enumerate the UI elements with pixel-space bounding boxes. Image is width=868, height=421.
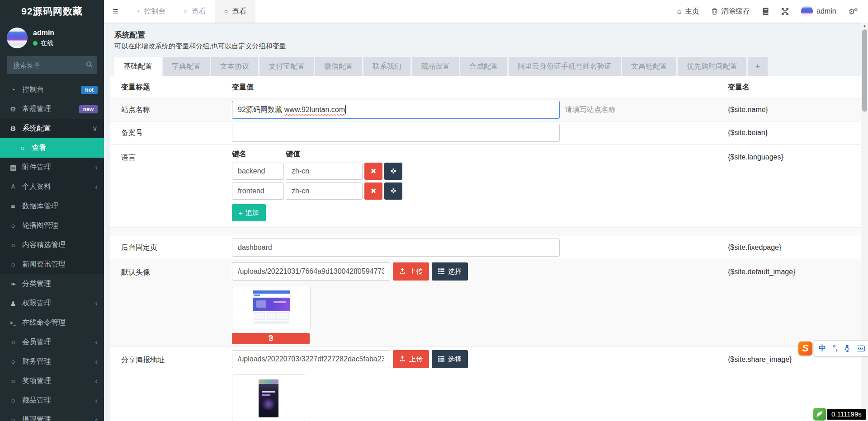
sidebar-menu-item[interactable]: ♟ 权限管理 ‹ [0, 294, 104, 313]
move-pair-button[interactable]: ✜ [384, 163, 402, 180]
config-tab[interactable]: 合成配置 [460, 57, 507, 76]
sidebar-menu-item[interactable]: ○ 会员管理 ‹ [0, 332, 104, 352]
poster-thumbnail [259, 379, 278, 417]
home-link[interactable]: ⌂ 主页 [677, 7, 699, 16]
choose-button[interactable]: 选择 [432, 262, 468, 281]
sidebar-menu: ◔ 控制台 hot ⚙ 常规管理 new ⚙ 系统配置 ∨ ○ 查看 ▤ 附件管… [0, 80, 104, 421]
sidebar-search [7, 56, 97, 74]
config-tab[interactable]: 文昌链配置 [622, 57, 676, 76]
upload-button[interactable]: 上传 [393, 262, 429, 281]
sidebar-menu-item[interactable]: ○ 新闻资讯管理 [0, 255, 104, 274]
config-tab[interactable]: 支付宝配置 [259, 57, 314, 76]
search-icon[interactable] [85, 60, 94, 70]
trace-widget: 0.111199s [813, 408, 866, 421]
upload-button[interactable]: 上传 [393, 350, 429, 368]
append-button[interactable]: + 追加 [232, 204, 266, 221]
sidebar-menu-item[interactable]: ♙ 个人资料 ‹ [0, 177, 104, 196]
delete-image-button[interactable] [232, 333, 310, 344]
trace-leaf-icon[interactable] [813, 408, 826, 421]
circle-icon: ○ [184, 8, 187, 15]
config-tab[interactable]: 优先购时间配置 [678, 57, 746, 76]
topbar-tab[interactable]: ○ 查看 [175, 0, 215, 23]
list-icon [438, 268, 444, 276]
config-tab[interactable]: 字典配置 [163, 57, 210, 76]
sidebar-menu-item[interactable]: ○ 查看 [0, 138, 104, 158]
close-icon: ✖ [371, 187, 377, 195]
user-avatar[interactable] [7, 28, 28, 48]
choose-button[interactable]: 选择 [432, 350, 468, 368]
topbar-tab[interactable]: ○ 查看 [215, 0, 255, 23]
sidebar-menu-item[interactable]: ≡ 数据库管理 [0, 196, 104, 216]
sidebar-menu-item[interactable]: ○ 内容精选管理 [0, 235, 104, 255]
scrollbar[interactable]: ▲ ▼ [861, 23, 868, 421]
keyboard-icon[interactable] [857, 346, 865, 351]
sidebar: 92源码网数藏 admin 在线 ◔ 控制台 hot ⚙ 常规管理 new ⚙ … [0, 0, 104, 421]
app-logo[interactable]: 92源码网数藏 [0, 0, 104, 23]
sidebar-menu-item[interactable]: ○ 奖项管理 ‹ [0, 371, 104, 391]
config-tab[interactable]: 藏品设置 [412, 57, 459, 76]
content-area: 系统配置 可以在此增改系统的变量和分组,也可以自定义分组和变量 基础配置字典配置… [104, 23, 868, 421]
trash-icon [268, 335, 274, 342]
chevron-icon: ‹ [95, 358, 98, 365]
sidebar-menu-item[interactable]: >_ 在线命令管理 [0, 313, 104, 332]
add-tab-button[interactable]: + [748, 57, 768, 76]
sidebar-toggle-icon[interactable]: ≡ [104, 5, 127, 17]
variable-name: {$site.languages} [728, 147, 850, 161]
language-value-input[interactable] [286, 163, 363, 180]
microphone-icon[interactable] [844, 345, 850, 352]
share-image-input[interactable] [232, 350, 390, 368]
user-icon: ♙ [7, 183, 19, 191]
scroll-up-arrow[interactable]: ▲ [861, 23, 868, 29]
sidebar-menu-item[interactable]: ❧ 分类管理 [0, 274, 104, 294]
scrollbar-thumb[interactable] [862, 29, 867, 112]
input-method-bar: S 中 °, [798, 340, 868, 356]
circle-icon: ○ [7, 358, 19, 365]
clear-cache-button[interactable]: 清除缓存 [712, 7, 750, 16]
docs-book-icon[interactable] [762, 8, 769, 15]
default-image-input[interactable] [232, 262, 390, 281]
fullscreen-icon[interactable] [781, 8, 789, 15]
sidebar-menu-item[interactable]: ○ 财务管理 ‹ [0, 352, 104, 371]
settings-gears-icon[interactable]: ⚙⚙ [849, 7, 859, 16]
menu-badge: new [79, 105, 98, 113]
sidebar-menu-item[interactable]: ⚙ 系统配置 ∨ [0, 119, 104, 138]
image-preview-card[interactable] [232, 374, 305, 421]
circle-icon: ○ [17, 144, 28, 152]
user-menu[interactable]: admin [801, 5, 836, 17]
config-tab[interactable]: 文本协议 [211, 57, 258, 76]
remove-pair-button[interactable]: ✖ [364, 163, 382, 180]
image-preview-card[interactable] [232, 287, 311, 329]
beian-input[interactable] [232, 124, 560, 142]
sogou-logo-icon[interactable]: S [798, 341, 812, 356]
sidebar-menu-item[interactable]: ○ 轮播图管理 [0, 216, 104, 235]
config-tab[interactable]: 基础配置 [114, 57, 161, 76]
language-key-input[interactable] [232, 182, 284, 200]
menu-badge: hot [81, 86, 98, 94]
chevron-icon: ∨ [92, 125, 98, 132]
move-pair-button[interactable]: ✜ [384, 182, 402, 200]
punctuation-icon[interactable]: °, [833, 344, 838, 352]
config-tab[interactable]: 联系我们 [363, 57, 410, 76]
language-value-input[interactable] [286, 182, 363, 200]
config-tab[interactable]: 微信配置 [315, 57, 362, 76]
sidebar-menu-item[interactable]: ◔ 控制台 hot [0, 80, 104, 99]
page-title: 系统配置 [114, 30, 861, 40]
config-tab[interactable]: 阿里云身份证手机号姓名验证 [509, 57, 621, 76]
topbar-tab[interactable]: ◔ 控制台 [127, 0, 175, 23]
remove-pair-button[interactable]: ✖ [364, 182, 382, 200]
chevron-icon: ‹ [95, 397, 98, 404]
circle-icon: ○ [7, 397, 19, 404]
chinese-mode-icon[interactable]: 中 [819, 344, 826, 353]
sidebar-menu-item[interactable]: ⚙ 常规管理 new [0, 99, 104, 119]
sidebar-menu-item[interactable]: ○ 藏品管理 ‹ [0, 391, 104, 410]
circle-icon: ○ [7, 377, 19, 385]
main-area: ≡ ◔ 控制台 ○ 查看 ○ 查看 ⌂ 主页 清除缓存 [104, 0, 868, 421]
search-input[interactable] [7, 56, 97, 74]
language-key-input[interactable] [232, 163, 284, 180]
sidebar-menu-item[interactable]: ▤ 附件管理 ‹ [0, 158, 104, 177]
sidebar-menu-item[interactable]: ○ 提现管理 ‹ [0, 410, 104, 421]
fixedpage-input[interactable] [232, 239, 560, 257]
site-name-input[interactable]: 92源码网数藏 www.92luntan.com [232, 101, 560, 119]
user-status: 在线 [33, 39, 54, 47]
trash-icon [712, 8, 717, 15]
